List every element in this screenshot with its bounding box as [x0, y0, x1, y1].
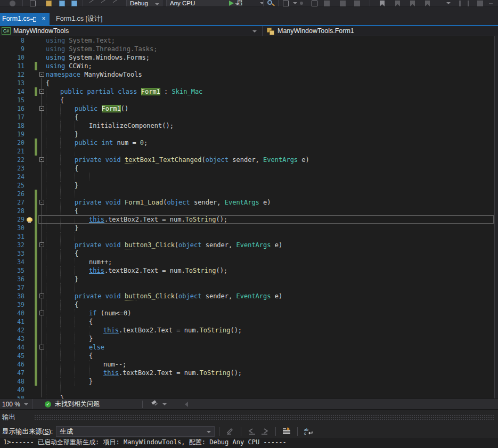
- code-line[interactable]: 27-private void Form1_Load(object sender…: [0, 198, 498, 207]
- output-source-dropdown[interactable]: 生成: [56, 426, 215, 437]
- code-line[interactable]: 9using System.Threading.Tasks;: [0, 45, 498, 53]
- outlining-margin[interactable]: [37, 283, 46, 292]
- bookmark-icon[interactable]: [380, 1, 385, 6]
- glyph-margin[interactable]: [25, 147, 34, 156]
- outlining-margin[interactable]: [37, 352, 46, 360]
- indent-increase-icon[interactable]: [354, 1, 360, 6]
- glyph-margin[interactable]: [25, 121, 34, 130]
- tab-form1-cs-design[interactable]: Form1.cs [设计]: [52, 13, 103, 25]
- glyph-margin[interactable]: [25, 326, 34, 335]
- code-line[interactable]: 33{: [0, 249, 498, 258]
- save-all-icon[interactable]: [71, 1, 77, 6]
- outlining-margin[interactable]: -: [37, 104, 46, 113]
- code-line[interactable]: 45{: [0, 352, 498, 360]
- nav-back-icon[interactable]: [10, 1, 15, 6]
- code-editor[interactable]: 8using System.Text;9using System.Threadi…: [0, 36, 498, 398]
- pin-icon[interactable]: [30, 17, 35, 21]
- outlining-margin[interactable]: -: [37, 87, 46, 96]
- code-line[interactable]: 14-public partial class Form1 : Skin_Mac: [0, 87, 498, 96]
- code-line[interactable]: 34num++;: [0, 258, 498, 266]
- glyph-margin[interactable]: [25, 394, 34, 398]
- outlining-margin[interactable]: [37, 249, 46, 258]
- prev-message-icon[interactable]: [247, 427, 257, 436]
- code-line[interactable]: 44-else: [0, 343, 498, 352]
- glyph-margin[interactable]: [25, 386, 34, 394]
- glyph-margin[interactable]: [25, 36, 34, 45]
- code-line[interactable]: 25}: [0, 181, 498, 190]
- undo-icon[interactable]: [88, 1, 95, 6]
- code-line[interactable]: 13{: [0, 79, 498, 87]
- outlining-margin[interactable]: [37, 164, 46, 173]
- outlining-margin[interactable]: [37, 79, 46, 87]
- outlining-margin[interactable]: [37, 275, 46, 283]
- outlining-margin[interactable]: [37, 147, 46, 156]
- glyph-margin[interactable]: [25, 181, 34, 190]
- code-line[interactable]: 28{: [0, 207, 498, 215]
- outlining-margin[interactable]: [37, 335, 46, 343]
- code-line[interactable]: 22-private void textBox1_TextChanged(obj…: [0, 156, 498, 164]
- glyph-margin[interactable]: [25, 275, 34, 283]
- glyph-margin[interactable]: [25, 113, 34, 121]
- code-line[interactable]: 24: [0, 173, 498, 181]
- glyph-margin[interactable]: [25, 352, 34, 360]
- collapse-icon[interactable]: -: [39, 200, 44, 205]
- comment-icon[interactable]: [312, 1, 317, 6]
- glyph-margin[interactable]: [25, 369, 34, 377]
- glyph-margin[interactable]: [25, 130, 34, 139]
- document-health-indicator[interactable]: ✓ 未找到相关问题: [45, 400, 100, 409]
- code-line[interactable]: 46num--;: [0, 360, 498, 369]
- glyph-margin[interactable]: [25, 241, 34, 249]
- outlining-margin[interactable]: [37, 113, 46, 121]
- code-line[interactable]: 16-public Form1(): [0, 104, 498, 113]
- outlining-margin[interactable]: [37, 190, 46, 198]
- navigate-icon[interactable]: [112, 1, 118, 6]
- outlining-margin[interactable]: [37, 121, 46, 130]
- glyph-margin[interactable]: [25, 62, 34, 70]
- glyph-margin[interactable]: [25, 87, 34, 96]
- overflow-icon[interactable]: [446, 2, 451, 4]
- outlining-margin[interactable]: [37, 62, 46, 70]
- project-dropdown[interactable]: C# ManyWindowTools: [0, 26, 263, 36]
- zoom-dropdown[interactable]: 100 %: [0, 399, 33, 410]
- glyph-margin[interactable]: [25, 232, 34, 241]
- code-line[interactable]: 26: [0, 190, 498, 198]
- glyph-margin[interactable]: [25, 249, 34, 258]
- collapse-icon[interactable]: -: [39, 89, 44, 94]
- chevron-down-icon[interactable]: [293, 2, 297, 4]
- bookmark-clear-icon[interactable]: [425, 1, 430, 6]
- chevron-down-icon[interactable]: [162, 403, 167, 405]
- code-line[interactable]: 30}: [0, 224, 498, 232]
- clear-all-icon[interactable]: [282, 427, 291, 436]
- glyph-margin[interactable]: [25, 156, 34, 164]
- open-folder-icon[interactable]: [46, 1, 52, 6]
- glyph-margin[interactable]: [25, 104, 34, 113]
- glyph-margin[interactable]: [25, 360, 34, 369]
- outlining-margin[interactable]: -: [37, 309, 46, 317]
- glyph-margin[interactable]: [25, 96, 34, 104]
- glyph-margin[interactable]: [25, 53, 34, 62]
- code-line[interactable]: 11using CCWin;: [0, 62, 498, 70]
- glyph-margin[interactable]: [25, 207, 34, 215]
- collapse-icon[interactable]: -: [39, 311, 44, 315]
- code-line[interactable]: 20public int num = 0;: [0, 139, 498, 147]
- outlining-margin[interactable]: [37, 326, 46, 335]
- scroll-left-arrow-icon[interactable]: [185, 402, 188, 407]
- find-icon[interactable]: [267, 0, 272, 5]
- code-line[interactable]: 43}: [0, 335, 498, 343]
- glyph-margin[interactable]: [25, 292, 34, 300]
- outlining-margin[interactable]: -: [37, 156, 46, 164]
- code-line[interactable]: 42this.textBox2.Text = num.ToString();: [0, 326, 498, 335]
- code-line[interactable]: 15{: [0, 96, 498, 104]
- close-icon[interactable]: ×: [39, 13, 48, 25]
- outlining-margin[interactable]: [37, 386, 46, 394]
- outlining-margin[interactable]: [37, 232, 46, 241]
- bookmark-prev-icon[interactable]: [395, 1, 400, 6]
- glyph-margin[interactable]: [25, 266, 34, 275]
- glyph-margin[interactable]: [25, 317, 34, 326]
- outlining-margin[interactable]: [37, 130, 46, 139]
- outlining-margin[interactable]: [37, 224, 46, 232]
- outlining-margin[interactable]: -: [37, 343, 46, 352]
- outlining-margin[interactable]: [37, 207, 46, 215]
- code-line[interactable]: 40-if (num<=0): [0, 309, 498, 317]
- code-line[interactable]: 21: [0, 147, 498, 156]
